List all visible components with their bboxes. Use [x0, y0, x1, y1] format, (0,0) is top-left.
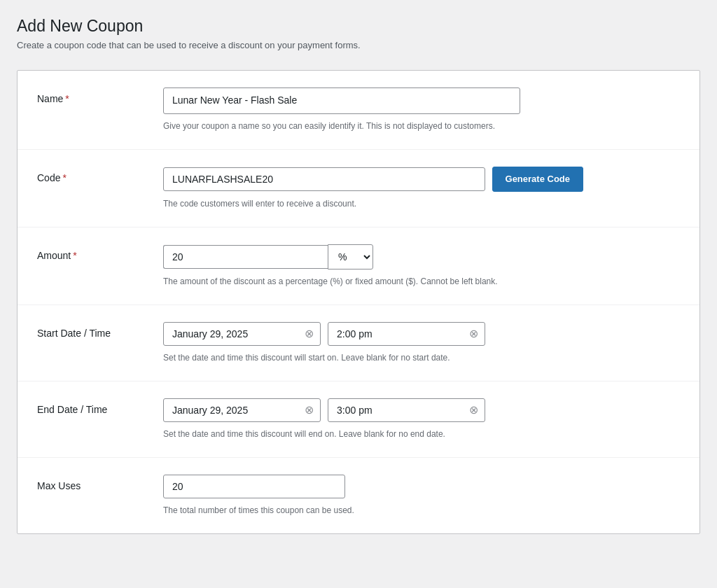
amount-required-star: *	[73, 250, 76, 261]
generate-code-button[interactable]: Generate Code	[492, 167, 583, 192]
amount-field-col: % $ The amount of the discount as a perc…	[163, 244, 680, 288]
end-datetime-field-col: ⊗ ⊗ Set the date and time this discount …	[163, 398, 680, 440]
name-field-col: Give your coupon a name so you can easil…	[163, 88, 680, 132]
start-time-input[interactable]	[328, 322, 485, 346]
amount-type-select[interactable]: % $	[328, 244, 373, 270]
name-label: Name*	[37, 88, 163, 104]
start-datetime-input-row: ⊗ ⊗	[163, 322, 680, 346]
end-date-clear-icon[interactable]: ⊗	[305, 405, 314, 416]
code-field-col: Generate Code The code customers will en…	[163, 167, 680, 210]
start-datetime-field-col: ⊗ ⊗ Set the date and time this discount …	[163, 322, 680, 364]
end-date-wrapper: ⊗	[163, 398, 321, 422]
start-date-clear-icon[interactable]: ⊗	[305, 328, 314, 340]
start-datetime-row: Start Date / Time ⊗ ⊗ Set the date and t…	[18, 305, 699, 382]
max-uses-input[interactable]	[163, 475, 345, 498]
amount-hint: The amount of the discount as a percenta…	[163, 275, 653, 288]
name-hint: Give your coupon a name so you can easil…	[163, 120, 653, 132]
max-uses-hint: The total number of times this coupon ca…	[163, 504, 653, 517]
start-date-wrapper: ⊗	[163, 322, 321, 346]
amount-label: Amount*	[37, 244, 163, 261]
end-time-clear-icon[interactable]: ⊗	[469, 405, 478, 416]
page-title: Add New Coupon	[17, 17, 700, 36]
start-time-wrapper: ⊗	[328, 322, 485, 346]
end-datetime-row: End Date / Time ⊗ ⊗ Set the date and tim…	[18, 382, 699, 458]
page-container: Add New Coupon Create a coupon code that…	[17, 17, 700, 534]
page-subtitle: Create a coupon code that can be used to…	[17, 40, 700, 50]
max-uses-field-col: The total number of times this coupon ca…	[163, 475, 680, 517]
end-time-input[interactable]	[328, 398, 485, 422]
end-datetime-input-row: ⊗ ⊗	[163, 398, 680, 422]
amount-input-row: % $	[163, 244, 373, 270]
name-required-star: *	[65, 93, 69, 104]
start-time-clear-icon[interactable]: ⊗	[469, 328, 478, 340]
max-uses-label: Max Uses	[37, 475, 163, 491]
coupon-form: Name* Give your coupon a name so you can…	[17, 70, 700, 534]
end-date-input[interactable]	[163, 398, 321, 422]
amount-input[interactable]	[163, 245, 328, 269]
end-datetime-hint: Set the date and time this discount will…	[163, 428, 653, 440]
start-date-input[interactable]	[163, 322, 321, 346]
max-uses-row: Max Uses The total number of times this …	[18, 458, 699, 533]
code-input[interactable]	[163, 167, 485, 191]
code-input-row: Generate Code	[163, 167, 583, 192]
code-required-star: *	[62, 172, 66, 183]
end-datetime-label: End Date / Time	[37, 398, 163, 415]
name-row: Name* Give your coupon a name so you can…	[18, 71, 699, 150]
start-datetime-label: Start Date / Time	[37, 322, 163, 339]
end-time-wrapper: ⊗	[328, 398, 485, 422]
code-label: Code*	[37, 167, 163, 183]
name-input[interactable]	[163, 88, 520, 114]
amount-row: Amount* % $ The amount of the discount a…	[18, 227, 699, 305]
code-row: Code* Generate Code The code customers w…	[18, 150, 699, 227]
start-datetime-hint: Set the date and time this discount will…	[163, 351, 653, 364]
code-hint: The code customers will enter to receive…	[163, 197, 653, 210]
